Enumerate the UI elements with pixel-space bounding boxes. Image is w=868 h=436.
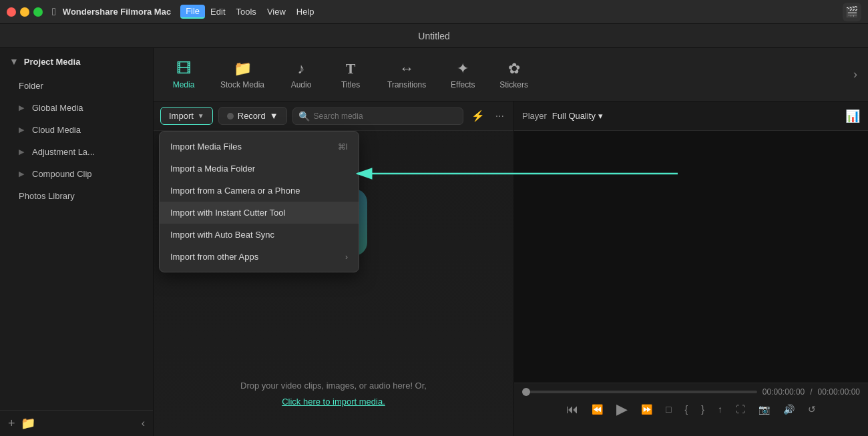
dropdown-item-label: Import from a Camera or a Phone — [170, 186, 300, 196]
menu-view[interactable]: View — [262, 5, 291, 18]
dropdown-item-label: Import a Media Folder — [170, 164, 255, 174]
import-button[interactable]: Import ▼ — [160, 107, 213, 125]
maximize-button[interactable] — [33, 7, 43, 17]
waveform-icon[interactable]: 📊 — [845, 109, 860, 124]
media-tab-icon: 🎞 — [176, 60, 191, 77]
dropdown-item-import-instant-cutter[interactable]: Import with Instant Cutter Tool — [160, 202, 359, 224]
import-dropdown-menu: Import Media Files ⌘I Import a Media Fol… — [159, 131, 359, 272]
dropdown-item-import-other-apps[interactable]: Import from other Apps › — [160, 246, 359, 268]
quality-selector[interactable]: Full Quality ▾ — [552, 111, 603, 121]
timeline-thumb[interactable] — [522, 388, 530, 396]
more-options-icon[interactable]: ··· — [493, 109, 507, 124]
tab-audio[interactable]: ♪ Audio — [278, 56, 324, 93]
dropdown-item-import-folder[interactable]: Import a Media Folder — [160, 158, 359, 180]
export-frame-button[interactable]: ↑ — [714, 403, 726, 416]
tab-stickers[interactable]: ✿ Stickers — [489, 56, 539, 93]
volume-button[interactable]: 🔊 — [779, 403, 799, 416]
add-media-button[interactable]: + — [8, 417, 15, 431]
tab-effects[interactable]: ✦ Effects — [439, 56, 486, 93]
sidebar-item-compound-clip[interactable]: ▶ Compound Clip — [0, 163, 153, 185]
sidebar-compound-clip-label: Compound Clip — [32, 169, 92, 179]
step-back-button[interactable]: ⏮ — [562, 401, 582, 418]
record-dot-icon — [227, 113, 234, 120]
dropdown-item-import-camera[interactable]: Import from a Camera or a Phone — [160, 180, 359, 202]
more-button[interactable]: ↺ — [804, 403, 820, 416]
search-input[interactable] — [314, 112, 457, 121]
tab-stock-media[interactable]: 📁 Stock Media — [210, 56, 275, 93]
stock-media-tab-icon: 📁 — [234, 60, 252, 77]
tab-effects-label: Effects — [451, 80, 475, 89]
sidebar-item-photos-library[interactable]: Photos Library — [0, 185, 153, 207]
sidebar-project-media[interactable]: ▼ Project Media — [0, 48, 153, 75]
mark-out-button[interactable]: } — [697, 403, 708, 416]
player-buttons: ⏮ ⏪ ▶ ⏩ □ { } ↑ ⛶ 📷 🔊 ↺ — [522, 399, 860, 419]
chevron-right-icon: ▶ — [19, 126, 24, 134]
audio-tab-icon: ♪ — [298, 60, 305, 77]
dropdown-item-import-files[interactable]: Import Media Files ⌘I — [160, 136, 359, 158]
titles-tab-icon: T — [346, 60, 356, 77]
player-viewport — [514, 131, 868, 383]
sidebar-item-folder[interactable]: Folder — [0, 75, 153, 97]
timeline-track[interactable] — [522, 391, 757, 393]
menu-file[interactable]: File — [180, 5, 205, 19]
tab-stickers-label: Stickers — [499, 80, 528, 89]
tab-titles[interactable]: T Titles — [327, 56, 374, 93]
sidebar: ▼ Project Media Folder ▶ Global Media ▶ … — [0, 48, 154, 436]
close-button[interactable] — [7, 7, 16, 17]
player-label: Player — [522, 111, 547, 121]
time-total: 00:00:00:00 — [818, 387, 860, 397]
collapse-button[interactable]: ‹ — [142, 417, 145, 429]
frame-back-button[interactable]: ⏪ — [588, 403, 607, 416]
import-button-label: Import — [169, 111, 194, 121]
tabs-more-arrow[interactable]: › — [849, 63, 861, 85]
import-row: Import ▼ Record ▼ 🔍 ⚡ ··· — [154, 101, 513, 131]
search-box[interactable]: 🔍 — [292, 107, 463, 125]
sidebar-bottom: + 📁 ‹ — [0, 410, 153, 436]
transitions-tab-icon: ↔ — [399, 60, 414, 77]
tab-transitions[interactable]: ↔ Transitions — [377, 56, 437, 93]
content-area: Import ▼ Record ▼ 🔍 ⚡ ··· — [154, 101, 868, 436]
screenshot-button[interactable]: 📷 — [754, 403, 774, 416]
sidebar-adjustment-label: Adjustment La... — [32, 147, 95, 157]
menu-help[interactable]: Help — [291, 5, 320, 18]
player-timeline: 00:00:00:00 / 00:00:00:00 — [522, 387, 860, 397]
dropdown-item-import-auto-beat[interactable]: Import with Auto Beat Sync — [160, 224, 359, 246]
player-panel: Player Full Quality ▾ 📊 00:00:00:00 / — [514, 101, 868, 436]
frame-forward-button[interactable]: ⏩ — [637, 403, 656, 416]
tab-media[interactable]: 🎞 Media — [160, 56, 207, 93]
chevron-right-icon: ▶ — [19, 103, 24, 112]
dropdown-item-label: Import Media Files — [170, 142, 242, 152]
import-link[interactable]: Click here to import media. — [240, 394, 427, 409]
tab-audio-label: Audio — [291, 80, 312, 89]
sidebar-item-adjustment-layer[interactable]: ▶ Adjustment La... — [0, 141, 153, 163]
traffic-lights — [7, 7, 43, 17]
quality-value: Full Quality — [552, 111, 596, 121]
sidebar-item-cloud-media[interactable]: ▶ Cloud Media — [0, 119, 153, 141]
loop-button[interactable]: □ — [662, 403, 675, 416]
folder-button[interactable]: 📁 — [21, 416, 35, 431]
fullscreen-button[interactable]: ⛶ — [732, 403, 749, 416]
sidebar-item-global-media[interactable]: ▶ Global Media — [0, 97, 153, 119]
chevron-right-icon: ▶ — [19, 148, 24, 156]
dropdown-shortcut: ⌘I — [338, 142, 348, 152]
menu-bar:  Wondershare Filmora Mac File Edit Tool… — [0, 0, 868, 24]
chevron-right-icon: ▶ — [19, 170, 24, 178]
tab-stock-media-label: Stock Media — [220, 80, 264, 89]
main-layout: ▼ Project Media Folder ▶ Global Media ▶ … — [0, 48, 868, 436]
app-name: Wondershare Filmora Mac — [63, 7, 171, 17]
minimize-button[interactable] — [20, 7, 29, 17]
menu-tools[interactable]: Tools — [231, 5, 262, 18]
play-button[interactable]: ▶ — [612, 399, 632, 419]
mark-in-button[interactable]: { — [681, 403, 692, 416]
time-separator: / — [810, 387, 812, 397]
sidebar-folder-label: Folder — [19, 81, 43, 91]
filter-icon[interactable]: ⚡ — [469, 108, 487, 124]
import-chevron-icon: ▼ — [198, 112, 204, 120]
record-button[interactable]: Record ▼ — [218, 107, 287, 125]
menu-edit[interactable]: Edit — [205, 5, 230, 18]
tab-media-label: Media — [173, 80, 195, 89]
tabs-row: 🎞 Media 📁 Stock Media ♪ Audio T Titles ↔… — [154, 48, 868, 101]
submenu-arrow-icon: › — [345, 252, 348, 262]
right-panel: 🎞 Media 📁 Stock Media ♪ Audio T Titles ↔… — [154, 48, 868, 436]
drop-text: Drop your video clips, images, or audio … — [240, 378, 427, 409]
